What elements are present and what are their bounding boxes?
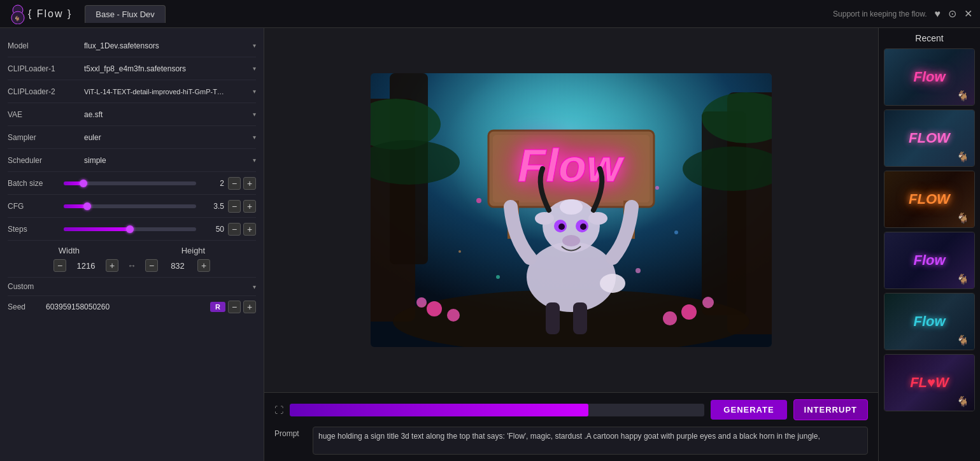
right-panel: Recent Flow 🐐 FLOW 🐐 FLOW 🐐 Flow [878,28,980,461]
svg-rect-34 [546,302,560,334]
thumb-text-6: FL♥W [910,374,949,391]
batch-size-track[interactable] [64,181,196,185]
clip2-dropdown-arrow[interactable]: ▾ [253,88,256,95]
steps-fill [64,227,130,231]
batch-size-value: 2 [201,179,224,188]
heart-icon[interactable]: ♥ [935,8,941,20]
github-icon[interactable]: ⊙ [948,8,956,20]
sampler-label: Sampler [8,133,84,142]
active-tab[interactable]: Base - Flux Dev [85,5,165,23]
thumb-goat-4: 🐐 [956,273,969,285]
batch-size-row: Batch size 2 − + [8,172,256,195]
generated-image: Flow [371,73,772,347]
steps-minus[interactable]: − [228,223,241,236]
center-area: Flow [264,28,878,461]
scheduler-select[interactable]: simple ▾ [84,156,256,165]
cfg-row: CFG 3.5 − + [8,195,256,218]
width-plus[interactable]: + [106,259,118,272]
clip2-row: CLIPLoader-2 ViT-L-14-TEXT-detail-improv… [8,80,256,103]
seed-plus[interactable]: + [243,301,256,313]
thumb-goat-6: 🐐 [956,395,969,408]
svg-point-16 [447,309,460,322]
thumbnail-4[interactable]: Flow 🐐 [884,232,975,289]
thumbnail-2[interactable]: FLOW 🐐 [884,110,975,167]
progress-bar-bg [290,404,704,416]
steps-thumb[interactable] [126,225,134,233]
progress-row: ⛶ GENERATE INTERRUPT [274,399,868,420]
thumbnail-3[interactable]: FLOW 🐐 [884,171,975,228]
scheduler-row: Scheduler simple ▾ [8,149,256,172]
prompt-text[interactable]: huge holding a sign title 3d text along … [313,427,868,455]
thumbnail-1[interactable]: Flow 🐐 [884,48,975,106]
svg-point-28 [588,212,607,225]
logo: 🐐 [8,4,28,24]
steps-row: Steps 50 − + [8,218,256,241]
batch-size-minus[interactable]: − [228,177,241,190]
steps-value: 50 [201,225,224,234]
cfg-thumb[interactable] [83,202,91,210]
vae-value: ae.sft [84,110,253,119]
svg-point-32 [580,223,586,230]
seed-random-button[interactable]: R [210,302,225,312]
seed-value: 603959158050260 [46,302,210,311]
clip1-dropdown-arrow[interactable]: ▾ [253,65,256,72]
width-label: Width [59,246,80,255]
custom-preset-arrow[interactable]: ▾ [253,283,256,290]
cfg-label: CFG [8,202,59,211]
svg-point-39 [655,186,659,190]
thumb-inner-4: Flow 🐐 [884,232,974,288]
expand-icon[interactable]: ⛶ [274,405,283,415]
cfg-plus[interactable]: + [243,200,256,213]
header-right: Support in keeping the flow. ♥ ⊙ ✕ [833,8,972,20]
clip1-select[interactable]: t5xxl_fp8_e4m3fn.safetensors ▾ [84,64,256,73]
svg-point-36 [600,274,625,293]
batch-size-plus[interactable]: + [243,177,256,190]
thumb-text-5: Flow [913,313,945,330]
generate-button[interactable]: GENERATE [711,400,786,420]
thumbnail-6[interactable]: FL♥W 🐐 [884,354,975,411]
width-minus[interactable]: − [53,259,66,272]
sampler-value: euler [84,133,253,142]
recent-title: Recent [884,33,975,43]
sampler-select[interactable]: euler ▾ [84,133,256,142]
seed-minus[interactable]: − [228,301,241,313]
cfg-minus[interactable]: − [228,200,241,213]
vae-dropdown-arrow[interactable]: ▾ [253,111,256,118]
interrupt-button[interactable]: INTERRUPT [793,399,868,420]
wh-controls: − 1216 + ↔ − 832 + [8,259,256,272]
svg-point-19 [663,311,677,325]
close-icon[interactable]: ✕ [964,8,972,20]
bottom-bar: ⛶ GENERATE INTERRUPT Prompt huge holding… [264,392,878,461]
svg-point-43 [674,230,678,234]
sampler-row: Sampler euler ▾ [8,126,256,149]
scheduler-dropdown-arrow[interactable]: ▾ [253,157,256,164]
thumbnail-5[interactable]: Flow 🐐 [884,293,975,350]
thumb-text-2: FLOW [909,130,950,146]
header: 🐐 { Flow } Base - Flux Dev Support in ke… [0,0,980,28]
height-minus[interactable]: − [145,259,158,272]
thumb-text-4: Flow [913,252,945,269]
height-value: 832 [162,261,194,271]
sampler-dropdown-arrow[interactable]: ▾ [253,134,256,141]
model-label: Model [8,41,84,50]
prompt-row: Prompt huge holding a sign title 3d text… [274,427,868,455]
cfg-track[interactable] [64,204,196,208]
svg-point-42 [458,250,461,253]
seed-row: Seed 603959158050260 R − + [8,296,256,318]
svg-point-37 [560,199,583,215]
steps-label: Steps [8,225,59,234]
model-select[interactable]: flux_1Dev.safetensors ▾ [84,41,256,50]
clip2-select[interactable]: ViT-L-14-TEXT-detail-improved-hiT-GmP-TE… [84,88,256,96]
progress-bar-fill [290,404,588,416]
vae-select[interactable]: ae.sft ▾ [84,110,256,119]
svg-point-41 [636,268,641,273]
height-plus[interactable]: + [197,259,210,272]
model-dropdown-arrow[interactable]: ▾ [253,42,256,49]
svg-point-17 [681,304,697,320]
steps-track[interactable] [64,227,196,231]
scheduler-value: simple [84,156,253,165]
batch-size-thumb[interactable] [80,180,87,187]
steps-plus[interactable]: + [243,223,256,236]
vae-row: VAE ae.sft ▾ [8,103,256,126]
image-container: Flow [264,28,878,392]
